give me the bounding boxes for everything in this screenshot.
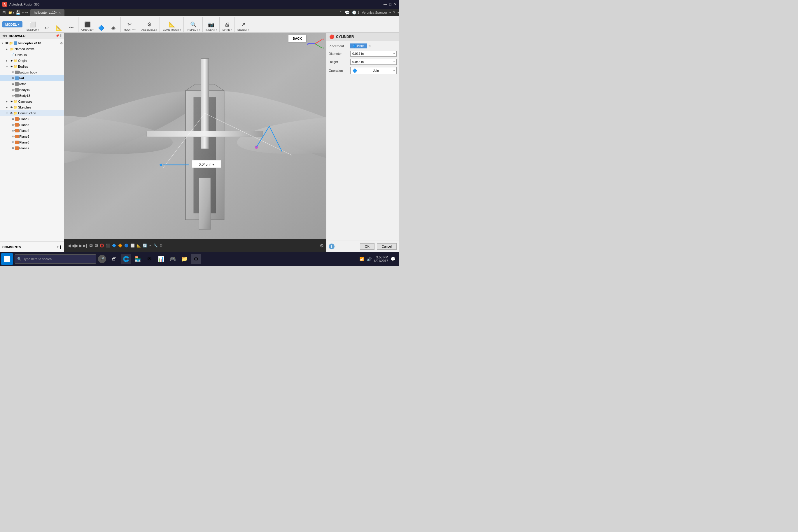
browser-pin[interactable]: 📌 ‖ xyxy=(56,34,61,37)
create-btn[interactable]: ⬛ CREATE ▾ xyxy=(80,21,95,32)
finish-sketch-btn[interactable]: ↩ xyxy=(41,24,53,32)
assemble-btn[interactable]: ⚙ ASSEMBLE ▾ xyxy=(140,21,158,32)
sketch-tool2[interactable]: 〜 xyxy=(65,24,77,32)
play-icon[interactable]: ▶ xyxy=(75,243,78,248)
taskbar-search[interactable]: 🔍 Type here to search xyxy=(15,254,96,264)
tree-plane6[interactable]: 👁 Plane6 xyxy=(0,139,64,145)
p3-eye[interactable]: 👁 xyxy=(12,124,15,127)
tree-plane2[interactable]: 👁 Plane2 xyxy=(0,116,64,122)
tail-eye[interactable]: 👁 xyxy=(12,77,15,80)
tree-root[interactable]: ▼ 👁 📁 helicopter v110 ⚙ xyxy=(0,40,64,46)
back-button[interactable]: BACK xyxy=(288,35,306,42)
ok-button[interactable]: OK xyxy=(360,243,375,250)
tree-bodies[interactable]: ▼ 👁 📁 Bodies xyxy=(0,63,64,70)
tree-rotor[interactable]: 👁 rotor xyxy=(0,81,64,87)
comments-add[interactable]: + ‖ xyxy=(57,245,61,249)
b13-eye[interactable]: 👁 xyxy=(12,94,15,97)
volume-icon[interactable]: 🔊 xyxy=(367,256,372,261)
p2-eye[interactable]: 👁 xyxy=(12,117,15,121)
network-icon[interactable]: 📶 xyxy=(359,256,364,261)
start-button[interactable] xyxy=(1,253,13,265)
chat-icon[interactable]: 💬 xyxy=(345,10,350,15)
store-btn[interactable]: 🏪 xyxy=(132,254,143,264)
tree-plane3[interactable]: 👁 Plane3 xyxy=(0,122,64,128)
const-eye[interactable]: 👁 xyxy=(10,112,13,115)
select-btn[interactable]: ↗ SELECT ▾ xyxy=(236,21,250,32)
window-controls[interactable]: — □ ✕ xyxy=(383,2,397,6)
minimize-btn[interactable]: — xyxy=(383,2,387,6)
tree-origin[interactable]: ▶ 👁 📁 Origin xyxy=(0,58,64,63)
tree-tail[interactable]: 👁 tail xyxy=(0,75,64,81)
folder-btn[interactable]: 📁 xyxy=(179,254,190,264)
origin-eye[interactable]: 👁 xyxy=(10,59,13,62)
sketch-tool1[interactable]: 📐 xyxy=(53,24,65,32)
placement-clear-icon[interactable]: ✕ xyxy=(368,44,371,48)
modify-btn[interactable]: ✂ MODIFY ▾ xyxy=(122,21,137,32)
mail-btn[interactable]: ✉ xyxy=(144,254,155,264)
insert-btn[interactable]: 📷 INSERT ▾ xyxy=(205,21,218,32)
p7-eye[interactable]: 👁 xyxy=(12,147,15,150)
sketch-btn[interactable]: ⬜ SKETCH ▾ xyxy=(25,21,40,32)
powerpoint-btn[interactable]: 📊 xyxy=(156,254,166,264)
height-dropdown-icon[interactable]: ▾ xyxy=(394,61,395,63)
tree-canvases[interactable]: ▶ 👁 📁 Canvases xyxy=(0,99,64,104)
undo-btn[interactable]: ↩ xyxy=(22,11,24,15)
maximize-btn[interactable]: □ xyxy=(390,2,392,6)
tab-close-icon[interactable]: ✕ xyxy=(59,11,61,14)
create-tool2[interactable]: ◈ xyxy=(108,24,119,32)
bodies-eye[interactable]: 👁 xyxy=(10,65,13,68)
make-btn[interactable]: 🖨 MAKE ▾ xyxy=(221,21,233,32)
tree-body10[interactable]: 👁 Body10 xyxy=(0,87,64,93)
bb-eye[interactable]: 👁 xyxy=(12,71,15,74)
tree-sketches[interactable]: ▶ 👁 📁 Sketches xyxy=(0,104,64,110)
user-name[interactable]: Veronica Spencer xyxy=(362,11,387,14)
visibility-icon[interactable]: 👁 xyxy=(5,41,8,45)
sketch-eye[interactable]: 👁 xyxy=(10,106,13,109)
p5-eye[interactable]: 👁 xyxy=(12,135,15,138)
create-tool1[interactable]: 🔷 xyxy=(95,24,107,32)
cancel-button[interactable]: Cancel xyxy=(377,243,397,250)
app6-btn[interactable]: 🎮 xyxy=(167,254,178,264)
b10-eye[interactable]: 👁 xyxy=(12,88,15,92)
time-display[interactable]: 9:58 PM 6/21/2017 xyxy=(374,255,388,263)
notification-btn[interactable]: 💬 xyxy=(391,256,396,261)
notification-icon[interactable]: 🕐 1 xyxy=(352,11,359,15)
tree-plane5[interactable]: 👁 Plane5 xyxy=(0,134,64,139)
prev-frame-icon[interactable]: ◀ xyxy=(72,243,75,248)
diameter-field[interactable]: 0.017 in ▾ xyxy=(350,51,397,57)
save-btn[interactable]: 💾 xyxy=(16,10,20,15)
skip-end-icon[interactable]: ▶| xyxy=(83,243,87,248)
placement-plane-btn[interactable]: 🔷 Plane xyxy=(350,43,367,49)
rotor-eye[interactable]: 👁 xyxy=(12,82,15,86)
grid-icon[interactable]: ⊞ xyxy=(2,10,6,15)
operation-dropdown-icon[interactable]: ▾ xyxy=(394,70,395,72)
settings-icon[interactable]: ⚙ xyxy=(320,243,324,248)
p4-eye[interactable]: 👁 xyxy=(12,129,15,132)
close-btn[interactable]: ✕ xyxy=(394,2,397,6)
mic-btn[interactable]: 🎤 xyxy=(98,255,106,263)
tree-plane4[interactable]: 👁 Plane4 xyxy=(0,128,64,134)
redo-btn[interactable]: ↪ xyxy=(25,11,28,15)
model-mode-btn[interactable]: MODEL ▾ xyxy=(2,21,22,27)
next-frame-icon[interactable]: ▶ xyxy=(79,243,82,248)
settings-icon[interactable]: ⚙ xyxy=(60,42,63,45)
construct-btn[interactable]: 📐 CONSTRUCT ▾ xyxy=(162,21,182,32)
skip-start-icon[interactable]: |◀ xyxy=(66,243,71,248)
help-icon[interactable]: ? xyxy=(393,11,395,15)
mode-selector[interactable]: MODEL ▾ xyxy=(1,21,24,28)
tree-plane7[interactable]: 👁 Plane7 xyxy=(0,145,64,151)
inspect-btn[interactable]: 🔍 INSPECT ▾ xyxy=(186,21,201,32)
info-button[interactable]: ℹ xyxy=(329,244,335,249)
tree-named-views[interactable]: ▶ 📁 Named Views xyxy=(0,46,64,52)
taskview-btn[interactable]: 🗗 xyxy=(109,254,119,264)
tab-collapse[interactable]: ⌃ xyxy=(339,10,342,15)
file-menu[interactable]: 📁 ▾ xyxy=(8,11,14,15)
fusion-btn[interactable]: ⚙ xyxy=(191,254,201,264)
browser-collapse-icon[interactable]: ◀◀ xyxy=(2,34,7,38)
app-menu[interactable]: ⊞ xyxy=(2,10,6,15)
diameter-dropdown-icon[interactable]: ▾ xyxy=(394,53,395,55)
tree-body13[interactable]: 👁 Body13 xyxy=(0,93,64,99)
tab-helicopter[interactable]: helicopter v110* ✕ xyxy=(30,10,64,16)
tree-bottom-body[interactable]: 👁 bottom body xyxy=(0,70,64,75)
operation-field[interactable]: 🔷 Join ▾ xyxy=(350,67,397,74)
